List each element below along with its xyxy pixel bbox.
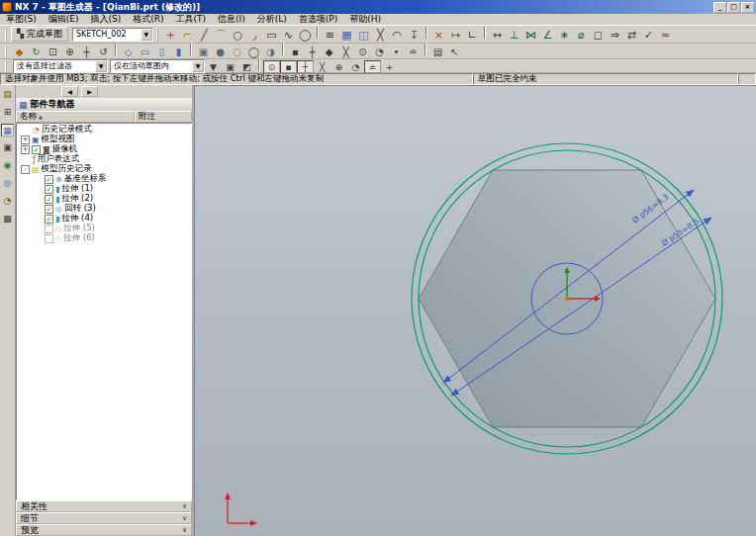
end-point-snap-icon[interactable]: ▪ [280,60,297,73]
quick-extend-icon[interactable]: ↦ [447,28,464,44]
tree-item-revolve-3[interactable]: ✓◎回转 (3) [17,204,191,214]
tree-item-datum-csys[interactable]: ✓⊕基准坐标系 [17,174,191,184]
chevron-down-icon[interactable]: ▼ [192,60,204,72]
zoom-icon[interactable]: ⊕ [61,45,78,59]
quick-trim-icon[interactable]: × [430,28,447,44]
finish-sketch-button[interactable]: ▚ 完成草图 [11,27,68,42]
chevron-down-icon[interactable]: ▼ [141,29,152,41]
studio-spline-icon[interactable]: ∿ [280,28,297,44]
tree-item-extrude-2[interactable]: ✓▮拉伸 (2) [17,194,191,204]
visibility-checkbox[interactable]: ✓ [45,195,53,204]
intersection-curve-icon[interactable]: ◠ [389,28,406,44]
pager-left-button[interactable]: ◀ [61,86,78,97]
tree-item-extrude-5[interactable]: ◇拉伸 (5) [17,223,191,233]
pan-icon[interactable]: ┼ [78,45,95,59]
visibility-checkbox[interactable] [45,224,53,233]
circle-icon[interactable]: ○ [230,28,246,44]
tree-item-extrude-6[interactable]: ◇拉伸 (6) [17,233,191,243]
geometric-constraints-icon[interactable]: ⊥ [506,28,522,44]
right-view-icon[interactable]: ▮ [170,45,187,59]
constraint-navigator-icon[interactable]: ⊞ [1,106,14,119]
make-corner-icon[interactable]: ∟ [464,28,481,44]
menu-information[interactable]: 信息(I) [212,13,251,26]
expander-icon[interactable]: + [21,135,30,144]
assembly-navigator-icon[interactable]: ▤ [1,88,14,101]
restore-button[interactable]: □ [727,2,740,13]
pattern-curve-icon[interactable]: ▦ [338,28,355,44]
snap-point-on-curve-icon[interactable]: ≐ [405,45,422,59]
front-view-icon[interactable]: ▯ [153,45,170,59]
menu-tools[interactable]: 工具(T) [170,13,213,26]
column-name[interactable]: 名称 ▲ [16,111,135,123]
section-details[interactable]: 细节∨ [16,512,192,524]
sketch-canvas[interactable]: Ø p56=8.3 Ø p55=8.5 [195,86,756,536]
toolbar-grip[interactable] [5,60,8,72]
rectangle-icon[interactable]: ▭ [263,28,280,44]
fit-view-icon[interactable]: ⊡ [45,45,61,59]
menu-preferences[interactable]: 首选项(P) [293,13,343,26]
pager-right-button[interactable]: ▶ [81,86,98,97]
trimetric-view-icon[interactable]: ◇ [120,45,137,59]
rotate-view-icon[interactable]: ↺ [95,45,112,59]
toolbar-grip[interactable] [156,29,159,41]
project-curve-icon[interactable]: ↧ [406,28,423,44]
selection-filter-combo[interactable]: 没有选择过滤器 ▼ [13,59,108,73]
section-dependencies[interactable]: 相关性∨ [16,500,192,512]
rapid-dimension-icon[interactable]: ↔ [489,28,506,44]
offset-curve-icon[interactable]: ≡ [322,28,338,44]
reuse-library-icon[interactable]: ▣ [1,141,14,154]
make-symmetric-icon[interactable]: ⋈ [522,28,539,44]
toolbar-grip[interactable] [5,29,8,41]
show-no-constraints-icon[interactable]: ◻ [590,28,607,44]
move-object-icon[interactable]: ↖ [446,45,463,59]
sketch-point-icon[interactable]: + [162,28,179,44]
expander-icon[interactable]: - [21,165,30,174]
visibility-checkbox[interactable] [45,234,53,243]
tree-item-extrude-1[interactable]: ✓▮拉伸 (1) [17,184,191,194]
snap-point-enable-icon[interactable]: ⊙ [263,60,280,73]
point-on-curve-snap-icon[interactable]: ≐ [364,60,381,73]
history-palette-icon[interactable]: ◔ [1,195,14,208]
column-note[interactable]: 附注 [135,111,192,123]
section-preview[interactable]: 预览∨ [16,524,192,536]
inferred-constraints-icon[interactable]: ✓ [640,28,657,44]
origin-point-icon[interactable] [565,297,569,301]
selection-scope-combo[interactable]: 仅在活动草图内 ▼ [110,59,205,73]
menu-edit[interactable]: 编辑(E) [43,13,85,26]
visibility-checkbox[interactable]: ✓ [45,205,53,214]
menu-help[interactable]: 帮助(H) [343,13,387,26]
continuous-auto-dimension-icon[interactable]: ≈ [657,28,674,44]
work-layer-icon[interactable]: ▤ [429,45,446,59]
auto-dimension-icon[interactable]: ⌀ [573,28,590,44]
arc-icon[interactable]: ⌒ [213,28,230,44]
expander-icon[interactable]: + [21,145,30,154]
web-browser-icon[interactable]: ◎ [1,177,14,190]
part-navigator-icon[interactable]: ▦ [1,124,14,136]
orient-view-icon[interactable]: ◆ [11,45,28,59]
menu-analysis[interactable]: 分析(L) [251,13,293,26]
chevron-down-icon[interactable]: ▼ [95,60,107,72]
refresh-icon[interactable]: ↻ [28,45,45,59]
intersection-point-icon[interactable]: ╳ [372,28,389,44]
convert-to-reference-icon[interactable]: ⇒ [607,28,623,44]
ellipse-icon[interactable]: ◯ [297,28,314,44]
mid-point-snap-icon[interactable]: ┼ [297,60,314,73]
menu-sketch[interactable]: 草图(S) [0,13,43,26]
tree-item-model-views[interactable]: +▣模型视图 [17,134,191,144]
toolbar-grip[interactable] [5,45,8,57]
alternate-solution-icon[interactable]: ⇄ [623,28,640,44]
visibility-checkbox[interactable]: ✓ [45,185,53,194]
close-button[interactable]: × [741,2,754,13]
sketch-name-combo[interactable]: SKETCH_002 ▼ [72,28,153,42]
roles-icon[interactable]: ▩ [1,213,14,225]
display-sketch-constraints-icon[interactable]: ∠ [539,28,556,44]
menu-format[interactable]: 格式(R) [127,13,169,26]
line-icon[interactable]: ╱ [196,28,213,44]
title-bar[interactable]: NX 7 - 草图生成器 - [QianBi.prt (修改的)] _ □ × [0,0,756,14]
auto-constrain-icon[interactable]: ∗ [556,28,573,44]
menu-insert[interactable]: 插入(S) [84,13,127,26]
tree-item-extrude-4[interactable]: ✓▮拉伸 (4) [17,214,191,223]
hd3d-tools-icon[interactable]: ◉ [1,159,14,172]
profile-icon[interactable]: ⌐ [179,28,196,44]
visibility-checkbox[interactable]: ✓ [45,175,53,184]
